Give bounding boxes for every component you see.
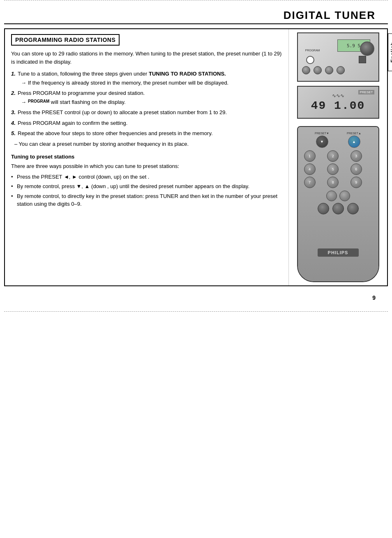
- tuning-intro: There are three ways possible in which y…: [11, 162, 282, 170]
- row-buttons: [302, 66, 345, 74]
- step-1-note-text: If the frequency is already stored in th…: [28, 79, 228, 87]
- remote-btn-7[interactable]: 7: [304, 177, 316, 188]
- left-content: PROGRAMMING RADIO STATIONS You can store…: [5, 29, 288, 285]
- step-1: 1. Tune to a station, following the thre…: [11, 70, 282, 87]
- bullet-1-text: Press the PRESET ◄, ► control (down, up)…: [17, 174, 149, 180]
- step-5: 5. Repeat the above four steps to store …: [11, 129, 282, 138]
- step-1-number: 1.: [11, 70, 16, 78]
- preset-down-label: PRESET▼: [315, 132, 329, 135]
- step-5-number: 5.: [11, 129, 16, 138]
- program-label: PROGRAM: [28, 98, 49, 104]
- step-5-text: Repeat the above four steps to store oth…: [18, 130, 213, 136]
- tuner-knob: [360, 41, 374, 56]
- square-button: [359, 56, 366, 63]
- tuner-display-image: 5.9 5 PROGRAM: [297, 32, 379, 82]
- tuning-link: TUNING TO RADIO STATIONS.: [149, 71, 226, 77]
- page-title: DIGITAL TUNER: [4, 9, 376, 22]
- row-btn-1: [302, 66, 310, 74]
- program-circle-label: PROGRAM: [305, 49, 320, 52]
- remote-btn-2[interactable]: 2: [327, 150, 339, 162]
- language-tab: English: [388, 33, 392, 71]
- intro-text: You can store up to 29 radio stations in…: [11, 50, 282, 66]
- preset-down-button[interactable]: ▼: [316, 136, 328, 148]
- tuning-heading: Tuning to preset stations: [11, 154, 282, 160]
- bullet-list: Press the PRESET ◄, ► control (down, up)…: [11, 173, 282, 208]
- freq-display-image: ∿∿∿ 49 1.00 PRESET: [297, 86, 379, 119]
- bottom-area: 9: [4, 286, 388, 309]
- step-3-number: 3.: [11, 108, 16, 117]
- remote-nav-down[interactable]: [326, 191, 337, 201]
- bullet-3-text: By remote control, to directly key in th…: [17, 193, 277, 207]
- main-content: PROGRAMMING RADIO STATIONS You can store…: [4, 28, 388, 286]
- remote-center-btn-2[interactable]: [332, 203, 344, 214]
- preset-down-group: PRESET▼ ▼: [315, 132, 329, 148]
- step-4-number: 4.: [11, 119, 16, 127]
- preset-up-label: PRESET▲: [347, 132, 361, 135]
- step-2: 2. Press PROGRAM to programme your desir…: [11, 89, 282, 106]
- remote-number-grid: 1 2 3 4 5 6 7 8 9: [298, 150, 378, 188]
- top-border: [4, 0, 388, 7]
- section-heading: PROGRAMMING RADIO STATIONS: [11, 34, 120, 46]
- step-2-note: PROGRAM will start flashing on the displ…: [18, 98, 282, 106]
- step-1-text: Tune to a station, following the three s…: [18, 71, 226, 77]
- remote-nav-up[interactable]: [339, 191, 350, 201]
- step-2-number: 2.: [11, 89, 16, 97]
- remote-center-btn-1[interactable]: [318, 203, 329, 214]
- step-4-text: Press PROGRAM again to confirm the setti…: [18, 120, 127, 126]
- remote-btn-9[interactable]: 9: [350, 177, 362, 188]
- step-3: 3. Press the PRESET control (up or down)…: [11, 108, 282, 117]
- step-3-text: Press the PRESET control (up or down) to…: [18, 109, 227, 115]
- row-btn-4: [337, 66, 345, 74]
- remote-nav-area: [298, 191, 378, 201]
- remote-btn-5[interactable]: 5: [327, 163, 339, 175]
- page-number: 9: [372, 294, 376, 301]
- tuner-display: 5.9 5 PROGRAM: [298, 33, 378, 81]
- bullet-2-text: By remote control, press ▼, ▲ (down , up…: [17, 183, 249, 189]
- remote-btn-3[interactable]: 3: [350, 150, 362, 162]
- remote-control-image: PRESET▼ ▼ PRESET▲ ▲ 1 2 3 4 5 6 7: [297, 126, 379, 282]
- page-header: DIGITAL TUNER: [4, 7, 388, 24]
- row-btn-2: [314, 66, 322, 74]
- step-4: 4. Press PROGRAM again to confirm the se…: [11, 119, 282, 127]
- freq-number: 49 1.00: [311, 99, 365, 112]
- wave-symbol: ∿∿∿: [332, 93, 344, 99]
- preset-up-group: PRESET▲ ▲: [347, 132, 361, 148]
- right-sidebar: English 5.9 5 PROGRAM: [288, 29, 387, 285]
- freq-preset-label: PRESET: [358, 90, 374, 94]
- remote-btn-6[interactable]: 6: [350, 163, 362, 175]
- remote-brand-label: PHILIPS: [318, 248, 359, 257]
- freq-display: ∿∿∿ 49 1.00 PRESET: [298, 87, 378, 118]
- step-2-text: Press PROGRAM to programme your desired …: [18, 90, 145, 96]
- remote-top-buttons: PRESET▼ ▼ PRESET▲ ▲: [298, 127, 378, 150]
- steps-list: 1. Tune to a station, following the thre…: [11, 70, 282, 138]
- row-btn-3: [325, 66, 333, 74]
- remote-center-btn-3[interactable]: [347, 203, 359, 214]
- step-2-note-text: will start flashing on the display.: [51, 98, 126, 106]
- bottom-border: [4, 309, 388, 312]
- bullet-2: By remote control, press ▼, ▲ (down , up…: [11, 182, 282, 191]
- tuning-section: Tuning to preset stations There are thre…: [11, 154, 282, 208]
- bullet-3: By remote control, to directly key in th…: [11, 192, 282, 208]
- program-circle: [306, 56, 314, 64]
- step-1-note: If the frequency is already stored in th…: [18, 79, 282, 87]
- dash-note-text: You can clear a preset number by storing…: [19, 141, 189, 147]
- remote-body: PRESET▼ ▼ PRESET▲ ▲ 1 2 3 4 5 6 7: [298, 127, 378, 281]
- remote-btn-4[interactable]: 4: [304, 163, 316, 175]
- remote-btn-1[interactable]: 1: [304, 150, 316, 162]
- remote-center-buttons: [298, 203, 378, 214]
- preset-up-button[interactable]: ▲: [348, 136, 360, 148]
- remote-btn-8[interactable]: 8: [327, 177, 339, 188]
- dash-note: – You can clear a preset number by stori…: [11, 140, 282, 148]
- tuner-screen-text: 5.9 5: [347, 43, 360, 48]
- bullet-1: Press the PRESET ◄, ► control (down, up)…: [11, 173, 282, 181]
